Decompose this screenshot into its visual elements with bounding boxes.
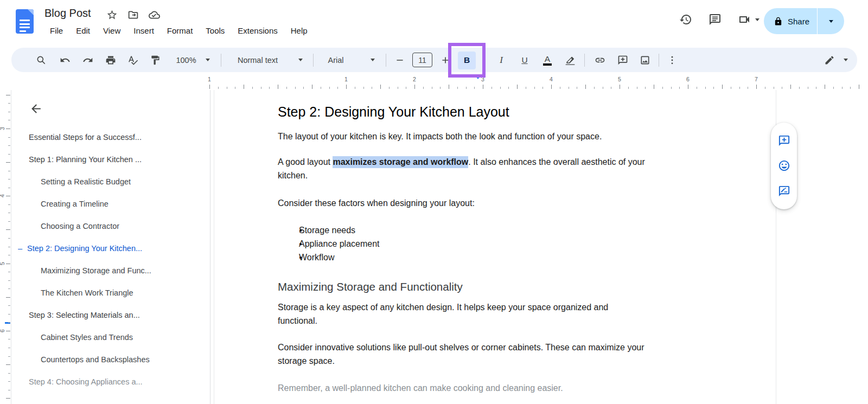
outline-item[interactable]: Choosing a Contractor: [41, 222, 119, 230]
ruler-tick: [414, 85, 415, 89]
outline-item[interactable]: Step 4: Choosing Appliances a...: [29, 377, 143, 386]
google-docs-logo-icon[interactable]: [16, 9, 34, 34]
doc-paragraph[interactable]: Consider innovative solutions like pull-…: [278, 341, 715, 368]
document-editing-area[interactable]: Step 2: Designing Your Kitchen Layout Th…: [214, 90, 776, 404]
star-icon[interactable]: [106, 9, 118, 21]
underline-button[interactable]: U: [518, 48, 532, 72]
share-button[interactable]: Share: [764, 8, 844, 34]
share-dropdown[interactable]: [818, 20, 844, 23]
cloud-saved-icon[interactable]: [149, 9, 160, 21]
doc-bullet-list[interactable]: ●Storage needs●Appliance placement●Workf…: [278, 223, 715, 264]
style-dropdown-caret[interactable]: [297, 48, 304, 72]
ruler-tick: [8, 145, 10, 146]
ruler-tick: [577, 87, 577, 89]
outline-item[interactable]: Essential Steps for a Successf...: [29, 133, 142, 142]
print-icon[interactable]: [104, 48, 118, 72]
active-item-dash: –: [18, 244, 22, 253]
ruler-tick: [722, 85, 723, 89]
menu-edit[interactable]: Edit: [69, 24, 97, 37]
outline-item[interactable]: –Step 2: Designing Your Kitchen...: [18, 244, 142, 253]
horizontal-ruler[interactable]: 11234567: [203, 75, 868, 90]
ruler-tick: [355, 87, 355, 89]
outline-item[interactable]: Countertops and Backsplashes: [41, 355, 150, 364]
ruler-number: 5: [618, 76, 621, 82]
outline-item[interactable]: Step 1: Planning Your Kitchen ...: [29, 155, 142, 164]
text-color-button[interactable]: A: [540, 48, 554, 72]
insert-image-icon[interactable]: [638, 48, 652, 72]
add-comment-icon[interactable]: [616, 48, 630, 72]
font-size-input[interactable]: 11: [412, 53, 432, 67]
search-menus-icon[interactable]: [34, 48, 48, 72]
doc-paragraph[interactable]: The layout of your kitchen is key. It im…: [278, 130, 715, 143]
doc-paragraph-with-selection[interactable]: A good layout maximizes storage and work…: [278, 155, 715, 182]
comments-icon[interactable]: [709, 13, 722, 26]
add-comment-icon[interactable]: [778, 134, 790, 147]
highlight-color-icon[interactable]: [563, 48, 578, 72]
more-options-icon[interactable]: [665, 48, 679, 72]
italic-button[interactable]: I: [494, 48, 508, 72]
ruler-tick: [372, 87, 372, 89]
spell-check-icon[interactable]: [126, 48, 140, 72]
ruler-tick: [8, 356, 10, 357]
redo-icon[interactable]: [81, 48, 95, 72]
undo-icon[interactable]: [58, 48, 72, 72]
outline-item[interactable]: The Kitchen Work Triangle: [41, 288, 133, 297]
bullet-item[interactable]: ●Workflow: [278, 251, 715, 264]
paint-format-icon[interactable]: [148, 48, 162, 72]
video-call-button[interactable]: [738, 13, 760, 26]
doc-heading-1[interactable]: Step 2: Designing Your Kitchen Layout: [278, 103, 715, 120]
editing-mode-pen-icon[interactable]: [822, 48, 837, 72]
doc-paragraph[interactable]: Consider these factors when designing yo…: [278, 196, 715, 210]
doc-heading-2[interactable]: Maximizing Storage and Functionality: [278, 280, 715, 294]
left-indent-marker[interactable]: [475, 79, 481, 89]
ruler-tick: [8, 381, 10, 382]
paragraph-style-select[interactable]: Normal text: [232, 48, 284, 72]
close-outline-back-arrow-icon[interactable]: [29, 102, 43, 118]
decrease-font-size-button[interactable]: [393, 48, 407, 72]
ruler-tick: [8, 221, 10, 222]
outline-item[interactable]: Cabinet Styles and Trends: [41, 333, 133, 342]
bullet-item[interactable]: ●Storage needs: [278, 223, 715, 237]
doc-paragraph[interactable]: Storage is a key aspect of any kitchen d…: [278, 300, 715, 328]
ruler-tick: [731, 87, 731, 89]
bullet-item[interactable]: ●Appliance placement: [278, 237, 715, 251]
outline-item[interactable]: Creating a Timeline: [41, 200, 108, 208]
outline-item[interactable]: Maximizing Storage and Func...: [41, 266, 151, 275]
font-dropdown-caret[interactable]: [369, 48, 376, 72]
bullet-glyph: ●: [278, 223, 299, 237]
menu-help[interactable]: Help: [284, 24, 314, 37]
outline-item[interactable]: Setting a Realistic Budget: [41, 177, 131, 186]
insert-link-icon[interactable]: [593, 48, 607, 72]
ruler-tick: [705, 87, 706, 89]
font-select[interactable]: Arial: [324, 48, 348, 72]
ruler-tick: [671, 87, 672, 89]
zoom-select[interactable]: 100%: [172, 48, 200, 72]
ruler-tick: [6, 95, 10, 95]
ruler-tick: [406, 87, 406, 89]
menu-view[interactable]: View: [97, 24, 127, 37]
ruler-tick: [850, 87, 851, 89]
menu-insert[interactable]: Insert: [127, 24, 161, 37]
move-folder-icon[interactable]: [127, 9, 139, 21]
zoom-dropdown-caret[interactable]: [205, 48, 211, 72]
ruler-tick: [346, 85, 347, 89]
google-docs-window: Blog Post FileEditViewInsertFormatToolsE…: [0, 0, 868, 404]
editing-mode-caret[interactable]: [843, 48, 849, 72]
ruler-number: 3: [0, 127, 5, 130]
outline-item[interactable]: Step 3: Selecting Materials an...: [29, 311, 140, 319]
emoji-reaction-icon[interactable]: [778, 159, 790, 172]
ruler-tick: [8, 255, 10, 255]
menu-extensions[interactable]: Extensions: [231, 24, 284, 37]
ruler-number: 5: [0, 262, 5, 265]
menu-file[interactable]: File: [43, 24, 69, 37]
menu-format[interactable]: Format: [161, 24, 200, 37]
document-title[interactable]: Blog Post: [44, 7, 91, 20]
version-history-icon[interactable]: [679, 13, 692, 26]
toolbar-divider: [659, 54, 659, 67]
menu-tools[interactable]: Tools: [199, 24, 231, 37]
ruler-tick: [8, 171, 10, 171]
suggest-edits-icon[interactable]: [778, 185, 790, 197]
doc-paragraph-faded[interactable]: Remember, a well-planned kitchen can mak…: [278, 381, 715, 395]
selected-bold-text[interactable]: maximizes storage and workflow: [333, 156, 468, 168]
annotation-highlight-box: [448, 43, 486, 78]
